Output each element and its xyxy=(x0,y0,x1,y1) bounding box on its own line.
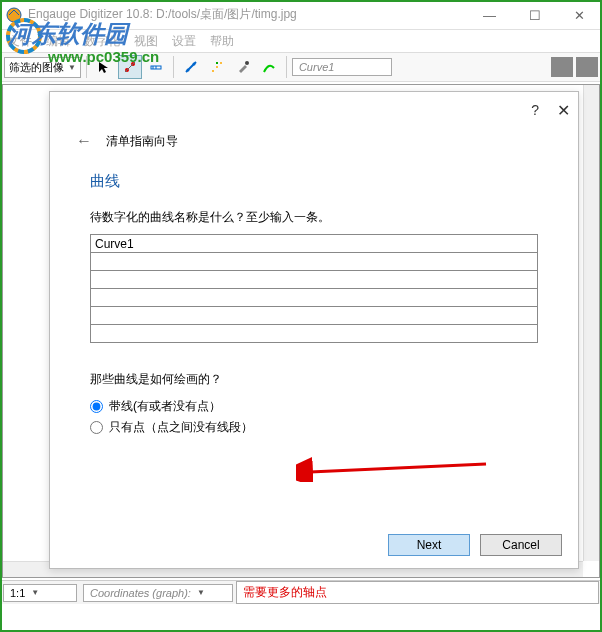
radio-points-only[interactable]: 只有点（点之间没有线段） xyxy=(90,417,538,438)
radio-prompt: 那些曲线是如何绘画的？ xyxy=(90,371,538,388)
color-picker-tool-button[interactable] xyxy=(231,55,255,79)
radio-points-only-label: 只有点（点之间没有线段） xyxy=(109,419,253,436)
back-arrow-icon[interactable]: ← xyxy=(76,132,92,150)
curve-row-4[interactable] xyxy=(91,307,538,325)
curve-row-3[interactable] xyxy=(91,289,538,307)
curve-names-table: Curve1 xyxy=(90,234,538,343)
menu-view[interactable]: 视图 xyxy=(134,33,158,50)
coordinates-label: Coordinates (graph): xyxy=(90,587,191,599)
window-controls: — ☐ ✕ xyxy=(467,0,602,29)
minimize-button[interactable]: — xyxy=(467,0,512,30)
toolbar-separator xyxy=(173,56,174,78)
help-icon[interactable]: ? xyxy=(531,102,539,118)
curve-row-5[interactable] xyxy=(91,325,538,343)
vertical-scrollbar[interactable] xyxy=(583,85,599,561)
toolbar-separator xyxy=(286,56,287,78)
svg-line-18 xyxy=(310,464,486,472)
toolbar-right xyxy=(551,57,598,77)
chevron-down-icon: ▼ xyxy=(197,588,205,597)
zoom-dropdown[interactable]: 1:1 ▼ xyxy=(3,584,77,602)
svg-point-17 xyxy=(245,61,249,65)
svg-point-13 xyxy=(216,66,218,68)
dialog-close-icon[interactable]: ✕ xyxy=(557,101,570,120)
wizard-dialog: ? ✕ ← 清单指南向导 曲线 待数字化的曲线名称是什么？至少输入一条。 Cur… xyxy=(49,91,579,569)
window-titlebar: Engauge Digitizer 10.8: D:/tools/桌面/图片/t… xyxy=(0,0,602,30)
menu-settings[interactable]: 设置 xyxy=(172,33,196,50)
next-button[interactable]: Next xyxy=(388,534,470,556)
close-button[interactable]: ✕ xyxy=(557,0,602,30)
curve-name-prompt: 待数字化的曲线名称是什么？至少输入一条。 xyxy=(90,209,538,226)
curve-name-field[interactable]: Curve1 xyxy=(292,58,392,76)
svg-point-11 xyxy=(192,63,195,66)
curve-point-tool-button[interactable] xyxy=(179,55,203,79)
window-title: Engauge Digitizer 10.8: D:/tools/桌面/图片/t… xyxy=(28,6,467,23)
radio-with-lines-label: 带线(有或者没有点） xyxy=(109,398,221,415)
view-mode-button-1[interactable] xyxy=(551,57,573,77)
dialog-buttons: Next Cancel xyxy=(388,534,562,556)
svg-point-12 xyxy=(212,70,214,72)
menu-edit[interactable]: 编辑 xyxy=(46,33,70,50)
menu-help[interactable]: 帮助 xyxy=(210,33,234,50)
status-bar: 1:1 ▼ Coordinates (graph): ▼ 需要更多的轴点 xyxy=(0,580,602,604)
cancel-button[interactable]: Cancel xyxy=(480,534,562,556)
main-canvas-area: ? ✕ ← 清单指南向导 曲线 待数字化的曲线名称是什么？至少输入一条。 Cur… xyxy=(2,84,600,578)
section-heading: 曲线 xyxy=(90,172,538,191)
watermark-logo-icon xyxy=(4,16,44,59)
annotation-arrow-icon xyxy=(296,452,496,482)
dialog-titlebar: ? ✕ xyxy=(50,92,578,128)
chevron-down-icon: ▼ xyxy=(31,588,39,597)
radio-points-only-input[interactable] xyxy=(90,421,103,434)
zoom-value: 1:1 xyxy=(10,587,25,599)
svg-point-10 xyxy=(186,69,189,72)
dialog-title: 清单指南向导 xyxy=(106,133,178,150)
curve-row-2[interactable] xyxy=(91,271,538,289)
svg-point-14 xyxy=(220,62,222,64)
segment-tool-button[interactable] xyxy=(257,55,281,79)
menu-digitize[interactable]: 数字化 xyxy=(84,33,120,50)
dialog-header: ← 清单指南向导 xyxy=(50,128,578,154)
maximize-button[interactable]: ☐ xyxy=(512,0,557,30)
dialog-body: 曲线 待数字化的曲线名称是什么？至少输入一条。 Curve1 那些曲线是如何绘画… xyxy=(50,154,578,446)
curve-row-1[interactable] xyxy=(91,253,538,271)
coordinates-dropdown[interactable]: Coordinates (graph): ▼ xyxy=(83,584,233,602)
point-match-tool-button[interactable] xyxy=(205,55,229,79)
view-mode-button-2[interactable] xyxy=(576,57,598,77)
watermark-url: www.pc0359.cn xyxy=(48,48,159,65)
radio-with-lines[interactable]: 带线(有或者没有点） xyxy=(90,396,538,417)
curve-row-0[interactable]: Curve1 xyxy=(91,235,538,253)
status-message: 需要更多的轴点 xyxy=(236,581,599,604)
radio-with-lines-input[interactable] xyxy=(90,400,103,413)
radio-section: 那些曲线是如何绘画的？ 带线(有或者没有点） 只有点（点之间没有线段） xyxy=(90,371,538,438)
